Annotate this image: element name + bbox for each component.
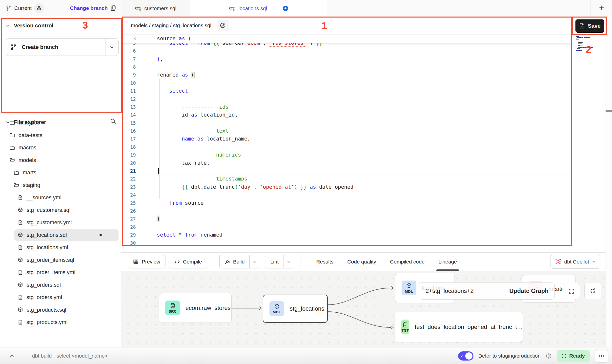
code-line-13: 13---------- ids [122,103,572,111]
branch-lock-icon [34,3,44,13]
preview-button[interactable]: Preview [128,255,165,268]
tab-label: stg_customers.sql [135,5,176,11]
build-button[interactable]: Build [219,255,260,268]
tree-item-label: __sources.yml [26,194,61,201]
editor-minimap[interactable] [576,36,595,52]
copy-icon[interactable] [110,5,117,11]
branch-bar: Current Change branch [0,0,121,16]
compile-button[interactable]: Compile [169,255,207,268]
lineage-node-stg-locations[interactable]: MDL stg_locations [263,295,328,323]
create-branch-dropdown[interactable] [105,39,118,56]
model-icon [18,257,23,263]
top-bar: Current Change branch stg_customers.sqls… [0,0,612,16]
model-badge: MDL [269,301,284,316]
lint-dropdown[interactable] [284,255,294,268]
tab-label: stg_locations.sql [229,5,267,11]
wrench-icon [224,259,230,264]
node-label: stg_locations [290,305,324,312]
dbt-cloud-ide: Current Change branch stg_customers.sqls… [0,0,612,364]
bottom-panel-toolbar: Preview Compile Build Lint [121,252,606,271]
lineage-graph[interactable]: SRC ecom.raw_stores MDL stg_locations MD… [121,271,606,347]
create-branch-button[interactable]: Create branch [6,38,119,56]
defer-toggle[interactable]: ✓ [458,351,473,361]
lineage-selector-input[interactable]: 2+stg_locations+2 [419,283,503,299]
tree-item-label: stg_products.yml [26,319,67,325]
tree-item-stg_locations-yml[interactable]: stg_locations.yml [0,241,121,254]
new-tab-button[interactable]: + [596,2,608,14]
tree-item-stg_order_items-yml[interactable]: stg_order_items.yml [0,266,121,279]
panel-tab-compiled-code[interactable]: Compiled code [390,253,425,271]
tree-item-stg_products-sql[interactable]: stg_products.sql [0,304,121,316]
tree-item-stg_orders-sql[interactable]: stg_orders.sql [0,279,121,291]
command-input[interactable]: dbt build --select <model_name> [32,347,108,364]
expand-history-button[interactable] [0,347,24,364]
code-line-17: 17name as location_name, [122,135,572,143]
panel-resize-handle[interactable] [606,110,612,112]
editor-tab-stg_locations-sql[interactable]: stg_locations.sql [190,0,327,17]
code-line-5: 5select * from {{ source('ecom', 'raw_st… [122,43,572,47]
code-editor[interactable]: 3source as (5select * from {{ source('ec… [122,35,572,246]
model-icon [18,207,23,213]
tree-item-macros[interactable]: macros [0,142,121,154]
source-badge: SRC [165,301,180,315]
panel-tab-results[interactable]: Results [316,253,333,271]
tree-item-stg_customers-yml[interactable]: stg_customers.yml [0,216,121,229]
doc-icon [18,245,23,250]
fullscreen-icon[interactable] [563,283,580,299]
panel-tab-code-quality[interactable]: Code quality [347,253,376,271]
code-line-19: 19---------- numerics [122,151,572,159]
editor-header: models / staging / stg_locations.sql [121,16,606,35]
ide-status-badge[interactable]: Ready [557,350,590,362]
lineage-selector-bar: 2+stg_locations+2 Update Graph [419,282,555,300]
tree-item-label: stg_order_items.yml [26,269,75,276]
code-line-11: 11select [122,87,572,95]
tree-item-stg_customers-sql[interactable]: stg_customers.sql [0,204,121,217]
tree-item-stg_order_items-sql[interactable]: stg_order_items.sql [0,254,121,266]
tree-item-label: analyses [19,120,40,126]
text-cursor [158,168,159,174]
tree-item-stg_products-yml[interactable]: stg_products.yml [0,316,121,329]
tree-item-staging[interactable]: staging [0,179,121,192]
code-line-18: 18 [122,143,572,151]
folder-open-icon [9,157,15,163]
editor-tab-stg_customers-sql[interactable]: stg_customers.sql [121,0,190,17]
node-label: test_does_location_opened_at_trunc_t… [415,324,523,330]
tree-item-analyses[interactable]: analyses [0,117,121,129]
chevron-down-icon [592,260,596,264]
save-button[interactable]: Save [575,19,604,33]
update-graph-button[interactable]: Update Graph [503,283,554,299]
dbt-copilot-logo-icon [555,258,561,265]
compile-label: Compile [183,259,202,265]
tree-item-label: stg_order_items.sql [27,257,74,263]
tree-item-data-tests[interactable]: data-tests [0,129,121,142]
tree-item-label: macros [19,144,36,151]
view-docs-icon[interactable] [217,20,229,31]
tree-item-stg_locations-sql[interactable]: stg_locations.sql [0,229,121,242]
dbt-copilot-button[interactable]: dbt Copilot [551,255,600,269]
git-branch-icon [10,44,17,50]
lint-button[interactable]: Lint [265,255,294,268]
code-line-29: 29select * from renamed [122,231,572,239]
help-icon[interactable] [546,353,552,359]
lineage-node-test[interactable]: TST test_does_location_opened_at_trunc_t… [395,312,523,342]
change-branch-link[interactable]: Change branch [70,5,108,11]
refresh-icon[interactable] [584,283,601,299]
code-line-14: 14id as location_id, [122,111,572,119]
code-line-25: 25from source [122,199,572,207]
tree-item-models[interactable]: models [0,154,121,167]
code-line-28: 28 [122,223,572,231]
code-line-15: 15 [122,119,572,127]
tree-item-label: stg_customers.sql [27,207,70,213]
tree-item-marts[interactable]: marts [0,166,121,179]
panel-tab-lineage[interactable]: Lineage [438,253,457,271]
tree-item-__sources-yml[interactable]: __sources.yml [0,191,121,204]
more-options-button[interactable] [595,349,608,363]
lineage-node-source[interactable]: SRC ecom.raw_stores [159,293,232,323]
code-line-12: 12 [122,95,572,103]
version-control-header[interactable]: Version control [0,22,121,29]
model-icon [18,282,23,288]
build-dropdown[interactable] [249,255,260,268]
tree-item-stg_orders-yml[interactable]: stg_orders.yml [0,291,121,304]
git-branch-icon [6,5,12,11]
code-line-27: 27) [122,215,572,223]
